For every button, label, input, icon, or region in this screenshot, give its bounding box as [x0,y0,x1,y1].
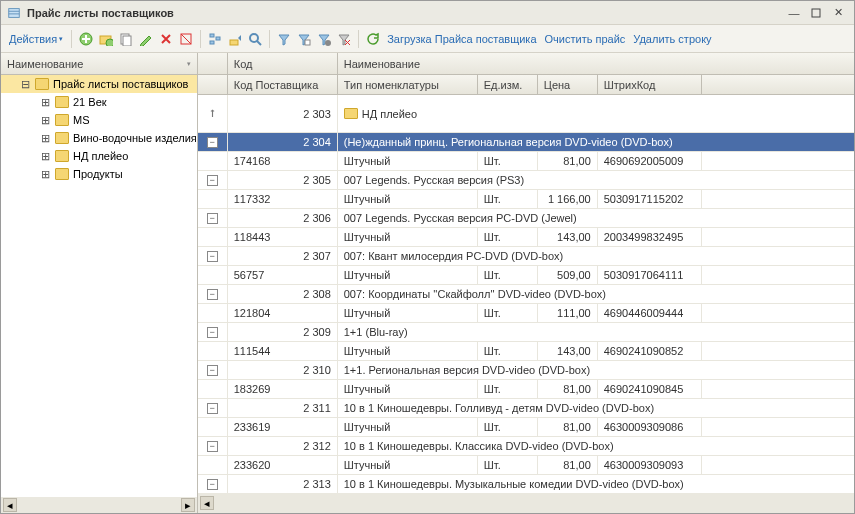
load-price-button[interactable]: Загрузка Прайса поставщика [385,33,538,45]
folder-row[interactable]: 2 303 НД плейео [198,95,854,133]
table-row[interactable]: −2 306007 Legends. Русская версия PC-DVD… [198,209,854,247]
table-row[interactable]: −2 31310 в 1 Киношедевры. Музыкальные ко… [198,475,854,494]
svg-rect-13 [230,40,238,45]
svg-point-14 [250,34,258,42]
minimize-button[interactable]: — [784,5,804,21]
svg-rect-10 [210,34,214,37]
col-nomtype-header[interactable]: Тип номенклатуры [338,75,478,95]
svg-rect-0 [9,8,20,17]
tree-panel: Наименование ▾ ⊟ Прайс листы поставщиков… [1,53,198,513]
collapse-row-icon[interactable]: − [207,365,218,376]
find-icon[interactable] [247,31,263,47]
tree-item[interactable]: ⊞21 Век [1,93,197,111]
col-code-header[interactable]: Код [228,53,338,75]
svg-rect-15 [305,40,310,45]
expand-icon[interactable]: ⊞ [39,150,51,163]
svg-rect-12 [216,37,220,40]
folder-icon [55,114,69,126]
collapse-row-icon[interactable]: − [207,213,218,224]
col-barcode-header[interactable]: ШтрихКод [598,75,702,95]
actions-menu[interactable]: Действия▾ [7,33,65,45]
table-row[interactable]: −2 304(Не)жданный принц. Региональная ве… [198,133,854,171]
col-name-header[interactable]: Наименование▾ [338,53,854,75]
app-icon [7,6,21,20]
expand-icon[interactable]: ⊞ [39,132,51,145]
col-toggle-header[interactable] [198,53,228,75]
tree-item[interactable]: ⊞НД плейео [1,147,197,165]
tree-root[interactable]: ⊟ Прайс листы поставщиков [1,75,197,93]
maximize-button[interactable] [806,5,826,21]
refresh-icon[interactable] [365,31,381,47]
collapse-row-icon[interactable]: − [207,441,218,452]
hierarchy-icon[interactable] [207,31,223,47]
tree-header[interactable]: Наименование ▾ [1,53,197,75]
folder-icon [55,150,69,162]
folder-icon [35,78,49,90]
tree-item[interactable]: ⊞Вино-водочные изделия [1,129,197,147]
filter1-icon[interactable] [276,31,292,47]
add-icon[interactable] [78,31,94,47]
table-row[interactable]: −2 31110 в 1 Киношедевры. Голливуд - дет… [198,399,854,437]
edit-icon[interactable] [138,31,154,47]
collapse-icon[interactable]: ⊟ [19,78,31,91]
svg-point-16 [325,40,331,46]
move-up-icon[interactable] [227,31,243,47]
delete-mark-icon[interactable] [158,31,174,47]
separator [71,30,72,48]
delete-row-button[interactable]: Удалить строку [631,33,713,45]
expand-icon[interactable]: ⊞ [39,168,51,181]
filter-clear-icon[interactable] [336,31,352,47]
delete-icon-crossed[interactable] [178,31,194,47]
collapse-row-icon[interactable]: − [207,479,218,490]
collapse-row-icon[interactable]: − [207,175,218,186]
expand-icon[interactable]: ⊞ [39,114,51,127]
col-unit-header[interactable]: Ед.изм. [478,75,538,95]
main-window: Прайс листы поставщиков — ✕ Действия▾ За… [0,0,855,514]
col-supplier-code-header[interactable]: Код Поставщика [228,75,338,95]
tree-body: ⊟ Прайс листы поставщиков ⊞21 Век⊞MS⊞Вин… [1,75,197,513]
table-row[interactable]: −2 307007: Квант милосердия PC-DVD (DVD-… [198,247,854,285]
col-price-header[interactable]: Цена [538,75,598,95]
table-row[interactable]: −2 3091+1 (Blu-ray)НД плейр111544Штучный… [198,323,854,361]
grid-panel: Код Наименование▾ Поставщик ▴ Код Постав… [198,53,854,513]
separator [358,30,359,48]
collapse-row-icon[interactable]: − [207,403,218,414]
titlebar: Прайс листы поставщиков — ✕ [1,1,854,25]
window-title: Прайс листы поставщиков [27,7,782,19]
svg-rect-8 [123,36,131,46]
filter2-icon[interactable] [296,31,312,47]
table-row[interactable]: −2 308007: Координаты ''Скайфолл'' DVD-v… [198,285,854,323]
tree-item[interactable]: ⊞MS [1,111,197,129]
svg-rect-11 [210,41,214,44]
svg-point-6 [106,39,113,46]
toolbar: Действия▾ Загрузка Прайса поставщика Очи… [1,25,854,53]
svg-rect-3 [812,9,820,17]
separator [269,30,270,48]
table-row[interactable]: −2 31210 в 1 Киношедевры. Классика DVD-v… [198,437,854,475]
table-row[interactable]: −2 3101+1. Региональная версия DVD-video… [198,361,854,399]
folder-icon [55,132,69,144]
folder-icon [55,168,69,180]
separator [200,30,201,48]
expand-icon[interactable]: ⊞ [39,96,51,109]
scroll-left-icon[interactable]: ◂ [3,498,17,512]
scroll-right-icon[interactable]: ▸ [181,498,195,512]
collapse-row-icon[interactable]: − [207,327,218,338]
tree-item[interactable]: ⊞Продукты [1,165,197,183]
collapse-row-icon[interactable]: − [207,289,218,300]
folder-icon [55,96,69,108]
folder-icon [344,108,358,119]
close-button[interactable]: ✕ [828,5,848,21]
filter3-icon[interactable] [316,31,332,47]
tree-hscroll[interactable]: ◂ ▸ [1,497,197,513]
clear-price-button[interactable]: Очистить прайс [543,33,628,45]
collapse-row-icon[interactable]: − [207,251,218,262]
table-row[interactable]: −2 305007 Legends. Русская версия (PS3)Н… [198,171,854,209]
collapse-row-icon[interactable]: − [207,137,218,148]
grid-hscroll[interactable]: ◂ ▸ [198,493,854,513]
copy-icon[interactable] [118,31,134,47]
scroll-left-icon[interactable]: ◂ [200,496,214,510]
add-folder-icon[interactable] [98,31,114,47]
